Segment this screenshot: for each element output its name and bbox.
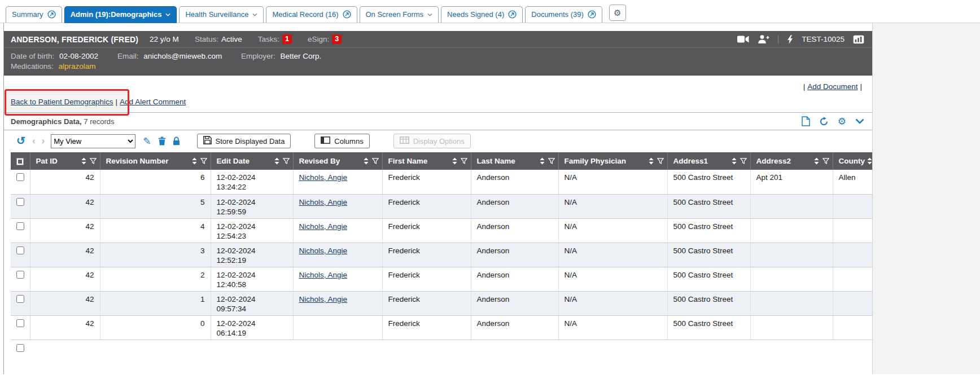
revised-by-link[interactable]: Nichols, Angie bbox=[299, 173, 348, 182]
filter-icon[interactable] bbox=[548, 158, 555, 165]
sort-icon[interactable] bbox=[274, 157, 279, 165]
revised-by-link[interactable]: Nichols, Angie bbox=[299, 295, 348, 303]
add-person-icon[interactable] bbox=[758, 35, 769, 43]
cell-edit-date: 12-02-202412:40:58 bbox=[211, 267, 293, 291]
view-toolbar: ↺ ‹ › My View ✎ Store Displayed Data Col… bbox=[4, 130, 872, 152]
video-camera-icon[interactable] bbox=[737, 36, 749, 43]
column-header-family-physician[interactable]: Family Physician bbox=[558, 152, 667, 170]
new-document-icon[interactable] bbox=[802, 116, 810, 126]
filter-icon[interactable] bbox=[461, 158, 467, 165]
view-select[interactable]: My View bbox=[51, 134, 135, 148]
column-header-address2[interactable]: Address2 bbox=[750, 152, 833, 170]
columns-button[interactable]: Columns bbox=[314, 134, 369, 148]
column-header-pat-id[interactable]: Pat ID bbox=[30, 152, 100, 170]
revised-by-link[interactable]: Nichols, Angie bbox=[299, 271, 348, 279]
open-new-window-icon[interactable] bbox=[588, 10, 596, 19]
column-header-revised-by[interactable]: Revised By bbox=[293, 152, 382, 170]
gear-icon[interactable]: ⚙ bbox=[838, 117, 846, 126]
lock-icon[interactable] bbox=[173, 136, 180, 146]
bar-chart-icon[interactable] bbox=[853, 35, 864, 44]
filter-icon[interactable] bbox=[90, 158, 97, 165]
filter-icon[interactable] bbox=[283, 158, 290, 165]
row-checkbox[interactable] bbox=[16, 271, 24, 279]
select-all-column-header[interactable] bbox=[11, 152, 30, 170]
tab-health-surveillance[interactable]: Health Surveillance bbox=[179, 6, 264, 23]
status-value: Active bbox=[221, 35, 242, 43]
open-new-window-icon[interactable] bbox=[508, 10, 517, 19]
edit-pencil-icon[interactable]: ✎ bbox=[143, 135, 151, 147]
revised-by-link[interactable]: Nichols, Angie bbox=[299, 246, 348, 255]
row-checkbox[interactable] bbox=[16, 198, 24, 206]
column-label: Address2 bbox=[756, 157, 791, 165]
filter-icon[interactable] bbox=[200, 158, 207, 165]
modules-settings-button[interactable]: ⚙ bbox=[609, 5, 626, 21]
column-header-edit-date[interactable]: Edit Date bbox=[211, 152, 293, 170]
row-checkbox[interactable] bbox=[16, 246, 24, 254]
tab-summary[interactable]: Summary bbox=[6, 6, 62, 23]
tab-bar: Summary Admin (19):Demographics Health S… bbox=[0, 0, 980, 23]
tab-label: Admin (19):Demographics bbox=[71, 10, 162, 19]
open-new-window-icon[interactable] bbox=[343, 10, 351, 19]
add-document-link[interactable]: Add Document bbox=[807, 82, 858, 91]
filter-icon[interactable] bbox=[657, 158, 664, 165]
filter-icon[interactable] bbox=[372, 158, 379, 165]
store-displayed-data-button[interactable]: Store Displayed Data bbox=[197, 134, 291, 148]
row-checkbox[interactable] bbox=[16, 222, 24, 230]
open-new-window-icon[interactable] bbox=[47, 10, 56, 19]
row-checkbox[interactable] bbox=[16, 173, 24, 181]
revised-by-link[interactable]: Nichols, Angie bbox=[299, 198, 348, 206]
tab-medical-record[interactable]: Medical Record (16) bbox=[266, 6, 357, 23]
column-header-county[interactable]: County bbox=[833, 152, 873, 170]
sort-icon[interactable] bbox=[81, 157, 86, 165]
medications-value[interactable]: alprazolam bbox=[59, 62, 96, 71]
back-to-patient-demographics-link[interactable]: Back to Patient Demographics bbox=[11, 98, 113, 106]
row-checkbox[interactable] bbox=[16, 319, 24, 327]
filter-icon[interactable] bbox=[823, 158, 829, 165]
add-alert-comment-link[interactable]: Add Alert Comment bbox=[120, 98, 186, 106]
sort-icon[interactable] bbox=[649, 157, 654, 165]
tab-admin-demographics[interactable]: Admin (19):Demographics bbox=[64, 6, 177, 23]
cell-address2 bbox=[750, 315, 833, 340]
undo-icon[interactable]: ↺ bbox=[16, 136, 25, 146]
cell-county bbox=[833, 243, 873, 267]
column-header-address1[interactable]: Address1 bbox=[667, 152, 750, 170]
tab-needs-signed[interactable]: Needs Signed (4) bbox=[441, 6, 523, 23]
column-header-revision-number[interactable]: Revision Number bbox=[100, 152, 211, 170]
cell-county bbox=[833, 315, 873, 340]
tab-label: Needs Signed (4) bbox=[447, 10, 504, 19]
cell-pat-id: 42 bbox=[30, 194, 100, 218]
row-checkbox[interactable] bbox=[16, 344, 24, 352]
tab-on-screen-forms[interactable]: On Screen Forms bbox=[360, 6, 439, 23]
sort-icon[interactable] bbox=[452, 157, 457, 165]
cell-address1: 500 Castro Street bbox=[667, 194, 750, 218]
trash-icon[interactable] bbox=[158, 136, 166, 146]
refresh-icon[interactable] bbox=[819, 117, 829, 126]
button-label: Columns bbox=[334, 137, 363, 146]
column-header-first-name[interactable]: First Name bbox=[382, 152, 471, 170]
esign-count-badge[interactable]: 3 bbox=[332, 34, 342, 44]
sort-icon[interactable] bbox=[732, 157, 737, 165]
sort-icon[interactable] bbox=[192, 157, 197, 165]
sort-icon[interactable] bbox=[540, 157, 545, 165]
lightning-bolt-icon[interactable] bbox=[787, 35, 793, 44]
cell-county bbox=[833, 267, 873, 291]
cell-revision-number: 0 bbox=[100, 315, 211, 340]
cell-address2 bbox=[750, 267, 833, 291]
column-header-last-name[interactable]: Last Name bbox=[471, 152, 558, 170]
cell-revised-by: Nichols, Angie bbox=[293, 291, 382, 315]
sort-icon[interactable] bbox=[364, 157, 369, 165]
row-checkbox[interactable] bbox=[16, 295, 24, 303]
collapse-chevron-icon[interactable] bbox=[855, 118, 864, 124]
filter-icon[interactable] bbox=[740, 158, 747, 165]
partial-table-row bbox=[11, 340, 872, 355]
next-view-icon[interactable]: › bbox=[42, 136, 45, 146]
sort-icon[interactable] bbox=[867, 157, 872, 165]
cell-first-name: Frederick bbox=[382, 267, 471, 291]
revised-by-link[interactable]: Nichols, Angie bbox=[299, 222, 348, 231]
cell-pat-id: 42 bbox=[30, 170, 100, 194]
select-all-checkbox[interactable] bbox=[16, 158, 24, 165]
tab-documents[interactable]: Documents (39) bbox=[525, 6, 602, 23]
tasks-count-badge[interactable]: 1 bbox=[282, 34, 292, 44]
previous-view-icon[interactable]: ‹ bbox=[32, 136, 36, 146]
sort-icon[interactable] bbox=[814, 157, 819, 165]
